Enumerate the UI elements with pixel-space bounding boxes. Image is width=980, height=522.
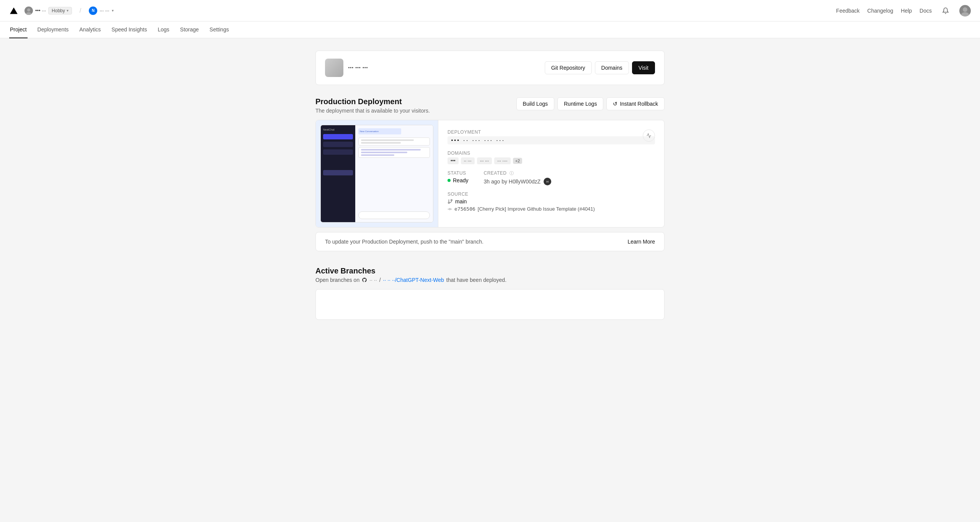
top-nav: ••• ··· Hobby ▾ / N ··· ··· ▾ Feedback C…: [0, 0, 980, 21]
domains-label: Domains: [448, 151, 655, 156]
created-area: Created ⓘ 3h ago by H0llyW00dzZ H: [483, 170, 551, 185]
user-name: ••• ···: [35, 8, 46, 13]
project-title: ··· ··· ···: [348, 64, 368, 72]
section-title-area: Production Deployment The deployment tha…: [315, 97, 430, 114]
user-avatar: [24, 7, 33, 15]
preview-chat-bubble: [358, 137, 430, 146]
build-logs-button[interactable]: Build Logs: [516, 97, 554, 110]
status-ready: Ready: [448, 177, 468, 183]
tab-speed-insights[interactable]: Speed Insights: [111, 21, 148, 38]
project-actions: Git Repository Domains Visit: [545, 61, 655, 74]
deployment-url-row: Deployment ••• ·· ··· ··· ···: [448, 129, 655, 144]
svg-point-7: [449, 208, 451, 210]
preview-chat-bubble-2: [358, 147, 430, 158]
preview-sidebar-item: [323, 134, 353, 139]
instant-rollback-button[interactable]: ↺ Instant Rollback: [606, 97, 665, 110]
project-header: ··· ··· ··· Git Repository Domains Visit: [315, 51, 665, 85]
runtime-logs-button[interactable]: Runtime Logs: [557, 97, 603, 110]
preview-main: New Conversation: [355, 125, 433, 222]
activity-icon[interactable]: [643, 129, 655, 142]
preview-sidebar: NeatChat: [321, 125, 355, 222]
status-created-row: Status Ready Created ⓘ: [448, 170, 655, 185]
svg-point-0: [27, 8, 30, 11]
visit-button[interactable]: Visit: [632, 61, 655, 74]
team-menu[interactable]: N ··· ··· ▾: [86, 5, 116, 16]
source-label: Source: [448, 191, 655, 197]
notifications-bell[interactable]: [939, 5, 952, 17]
svg-point-2: [963, 7, 967, 12]
domain-badge: ··· ···: [477, 157, 492, 164]
user-profile-avatar[interactable]: [959, 5, 971, 16]
tab-storage[interactable]: Storage: [179, 21, 199, 38]
active-branches-title: Active Branches: [315, 267, 665, 275]
source-branch: main: [448, 198, 655, 205]
repo-link[interactable]: ·· ·· ··/ChatGPT-Next-Web: [383, 277, 444, 283]
section-description: The deployment that is available to your…: [315, 108, 430, 114]
preview-sidebar-item: [323, 142, 353, 147]
section-title: Production Deployment: [315, 97, 430, 106]
domain-badge: ·· ···: [461, 157, 475, 164]
hobby-badge[interactable]: Hobby ▾: [48, 7, 72, 15]
tab-deployments[interactable]: Deployments: [37, 21, 70, 38]
svg-point-3: [961, 12, 969, 16]
chevron-down-icon: ▾: [67, 8, 69, 13]
source-row: Source main: [448, 191, 655, 212]
domains-list: ••• ·· ··· ··· ··· ··· ···· +2: [448, 157, 655, 164]
domains-button[interactable]: Domains: [595, 61, 629, 74]
page-content: ··· ··· ··· Git Repository Domains Visit…: [306, 38, 674, 332]
domains-row: Domains ••• ·· ··· ··· ··· ··· ···· +2: [448, 151, 655, 164]
deployment-preview[interactable]: NeatChat New Conversation: [316, 120, 438, 227]
deployment-url: ••• ·· ··· ··· ···: [448, 136, 655, 144]
git-repository-button[interactable]: Git Repository: [545, 61, 592, 74]
team-avatar: N: [89, 7, 97, 15]
help-link[interactable]: Help: [901, 8, 912, 14]
changelog-link[interactable]: Changelog: [867, 8, 893, 14]
deployment-info: Deployment ••• ·· ··· ··· ··· Domains ••…: [438, 120, 664, 227]
status-area: Status Ready: [448, 170, 468, 185]
team-name: ··· ···: [100, 8, 109, 13]
learn-more-link[interactable]: Learn More: [627, 239, 655, 245]
rollback-icon: ↺: [613, 101, 617, 107]
tab-analytics[interactable]: Analytics: [78, 21, 101, 38]
project-name-area: ··· ··· ···: [325, 59, 368, 77]
separator: /: [80, 7, 81, 14]
nav-left: ••• ··· Hobby ▾ / N ··· ··· ▾: [9, 5, 117, 16]
created-label: Created ⓘ: [483, 170, 551, 176]
github-icon: [362, 277, 367, 283]
tab-logs[interactable]: Logs: [157, 21, 170, 38]
tab-project[interactable]: Project: [9, 21, 28, 38]
branches-description: Open branches on ·· ·· / ·· ·· ··/ChatGP…: [315, 277, 665, 283]
deployment-label: Deployment: [448, 129, 655, 135]
tab-settings[interactable]: Settings: [209, 21, 230, 38]
vercel-logo[interactable]: [9, 6, 18, 15]
svg-point-1: [26, 12, 31, 15]
production-section: Production Deployment The deployment tha…: [315, 97, 665, 251]
project-logo: [325, 59, 343, 77]
user-menu[interactable]: ••• ··· Hobby ▾: [21, 5, 75, 16]
branches-card: [315, 289, 665, 320]
feedback-link[interactable]: Feedback: [836, 8, 859, 14]
author-avatar: H: [544, 178, 551, 185]
svg-point-5: [451, 200, 452, 201]
preview-mockup: NeatChat New Conversation: [320, 125, 433, 223]
sub-nav: Project Deployments Analytics Speed Insi…: [0, 21, 980, 38]
info-banner-text: To update your Production Deployment, pu…: [325, 239, 483, 245]
chevron-down-icon: ▾: [112, 8, 114, 13]
created-info: 3h ago by H0llyW00dzZ H: [483, 178, 551, 185]
active-branches-section: Active Branches Open branches on ·· ·· /…: [315, 267, 665, 320]
section-header: Production Deployment The deployment tha…: [315, 97, 665, 114]
info-banner: To update your Production Deployment, pu…: [315, 232, 665, 251]
svg-point-6: [448, 202, 450, 204]
source-commit: e756506 [Cherry Pick] Improve Github Iss…: [448, 206, 655, 212]
deployment-card: NeatChat New Conversation: [315, 120, 665, 227]
preview-sidebar-item: [323, 149, 353, 155]
preview-sidebar-title: NeatChat: [323, 128, 353, 131]
status-label: Status: [448, 170, 468, 176]
preview-sidebar-item: [323, 170, 353, 175]
section-actions: Build Logs Runtime Logs ↺ Instant Rollba…: [516, 97, 665, 110]
domain-badge: •••: [448, 157, 459, 164]
status-dot: [448, 179, 451, 182]
docs-link[interactable]: Docs: [920, 8, 932, 14]
nav-right: Feedback Changelog Help Docs: [836, 5, 971, 17]
domain-badge: ··· ····: [494, 157, 511, 164]
